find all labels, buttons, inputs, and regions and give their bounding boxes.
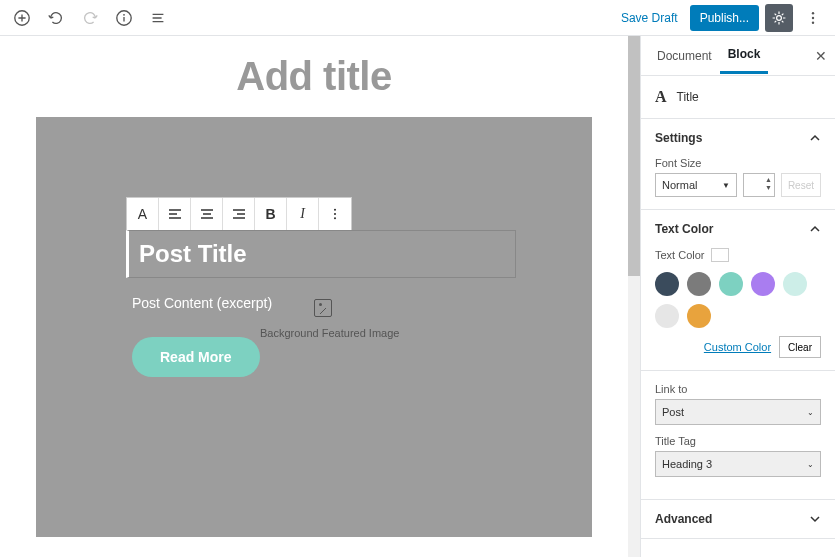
clear-color-button[interactable]: Clear: [779, 336, 821, 358]
tab-block[interactable]: Block: [720, 37, 769, 74]
post-content-placeholder[interactable]: Post Content (excerpt): [132, 295, 272, 311]
outline-button[interactable]: [144, 4, 172, 32]
svg-point-8: [334, 213, 336, 215]
chevron-down-icon: ⌄: [807, 408, 814, 417]
color-swatch[interactable]: [783, 272, 807, 296]
color-swatch[interactable]: [655, 272, 679, 296]
color-swatch[interactable]: [687, 304, 711, 328]
title-tag-label: Title Tag: [655, 435, 821, 447]
settings-panel-header[interactable]: Settings: [641, 119, 835, 157]
settings-heading: Settings: [655, 131, 702, 145]
bold-button[interactable]: B: [255, 198, 287, 230]
editor-topbar: Save Draft Publish...: [0, 0, 835, 36]
text-color-panel-header[interactable]: Text Color: [641, 210, 835, 248]
block-type-label: Title: [677, 90, 699, 104]
redo-button[interactable]: [76, 4, 104, 32]
align-left-button[interactable]: [159, 198, 191, 230]
read-more-button[interactable]: Read More: [132, 337, 260, 377]
editor-scrollbar[interactable]: [628, 36, 640, 557]
chevron-down-icon: [809, 513, 821, 525]
settings-panel: Settings Font Size Normal ▼ ▲▼ Reset: [641, 119, 835, 210]
svg-point-2: [123, 13, 125, 15]
block-more-button[interactable]: [319, 198, 351, 230]
align-center-button[interactable]: [191, 198, 223, 230]
close-sidebar-button[interactable]: ✕: [815, 48, 827, 64]
color-swatch[interactable]: [719, 272, 743, 296]
advanced-heading: Advanced: [655, 512, 712, 526]
advanced-panel: Advanced: [641, 500, 835, 539]
editor-canvas-area: Add title A B I Post Title Post Content …: [0, 36, 628, 557]
link-to-select[interactable]: Post ⌄: [655, 399, 821, 425]
settings-sidebar: Document Block ✕ A Title Settings Font S…: [640, 36, 835, 557]
custom-color-link[interactable]: Custom Color: [704, 341, 771, 353]
settings-button[interactable]: [765, 4, 793, 32]
chevron-down-icon: ⌄: [807, 460, 814, 469]
sidebar-tabs: Document Block ✕: [641, 36, 835, 76]
scrollbar-thumb[interactable]: [628, 36, 640, 276]
block-toolbar: A B I: [126, 197, 352, 231]
font-size-value: Normal: [662, 179, 697, 191]
publish-button[interactable]: Publish...: [690, 5, 759, 31]
list-icon: [149, 9, 167, 27]
font-size-reset-button[interactable]: Reset: [781, 173, 821, 197]
spinner-icon: ▲▼: [765, 176, 772, 192]
more-vertical-icon: [328, 207, 342, 221]
block-canvas: A B I Post Title Post Content (excerpt) …: [36, 117, 592, 537]
link-to-label: Link to: [655, 383, 821, 395]
color-swatch[interactable]: [655, 304, 679, 328]
color-swatch[interactable]: [687, 272, 711, 296]
link-to-panel: Link to Post ⌄ Title Tag Heading 3 ⌄: [641, 371, 835, 500]
tab-document[interactable]: Document: [649, 39, 720, 73]
font-size-number-input[interactable]: ▲▼: [743, 173, 775, 197]
link-to-value: Post: [662, 406, 684, 418]
svg-point-7: [334, 209, 336, 211]
align-right-icon: [231, 206, 247, 222]
topbar-left-tools: [8, 4, 172, 32]
add-block-button[interactable]: [8, 4, 36, 32]
italic-button[interactable]: I: [287, 198, 319, 230]
save-draft-button[interactable]: Save Draft: [615, 11, 684, 25]
undo-button[interactable]: [42, 4, 70, 32]
color-swatches: [655, 272, 821, 328]
gear-icon: [771, 10, 787, 26]
info-icon: [115, 9, 133, 27]
text-color-panel: Text Color Text Color Custom Color Clear: [641, 210, 835, 371]
post-title-text: Post Title: [139, 240, 247, 268]
advanced-panel-header[interactable]: Advanced: [641, 500, 835, 538]
align-center-icon: [199, 206, 215, 222]
undo-icon: [47, 9, 65, 27]
svg-point-9: [334, 217, 336, 219]
current-color-preview: [711, 248, 729, 262]
redo-icon: [81, 9, 99, 27]
featured-image-label: Background Featured Image: [260, 327, 399, 339]
featured-image-icon[interactable]: [314, 299, 332, 317]
more-vertical-icon: [805, 10, 821, 26]
text-color-label: Text Color: [655, 249, 705, 261]
text-color-heading: Text Color: [655, 222, 713, 236]
main-area: Add title A B I Post Title Post Content …: [0, 36, 835, 557]
block-type-selector[interactable]: A: [127, 198, 159, 230]
title-tag-select[interactable]: Heading 3 ⌄: [655, 451, 821, 477]
color-swatch[interactable]: [751, 272, 775, 296]
chevron-up-icon: [809, 132, 821, 144]
title-tag-value: Heading 3: [662, 458, 712, 470]
font-size-label: Font Size: [655, 157, 821, 169]
post-title-block[interactable]: Post Title: [126, 230, 516, 278]
post-title-input[interactable]: Add title: [0, 54, 628, 99]
svg-point-3: [777, 15, 782, 20]
block-type-indicator: A Title: [641, 76, 835, 119]
info-button[interactable]: [110, 4, 138, 32]
chevron-down-icon: ▼: [722, 181, 730, 190]
svg-point-6: [812, 21, 814, 23]
svg-point-4: [812, 12, 814, 14]
chevron-up-icon: [809, 223, 821, 235]
align-left-icon: [167, 206, 183, 222]
svg-point-5: [812, 16, 814, 18]
topbar-right-actions: Save Draft Publish...: [615, 4, 827, 32]
more-options-button[interactable]: [799, 4, 827, 32]
title-block-icon: A: [655, 88, 667, 106]
align-right-button[interactable]: [223, 198, 255, 230]
plus-circle-icon: [13, 9, 31, 27]
font-size-select[interactable]: Normal ▼: [655, 173, 737, 197]
